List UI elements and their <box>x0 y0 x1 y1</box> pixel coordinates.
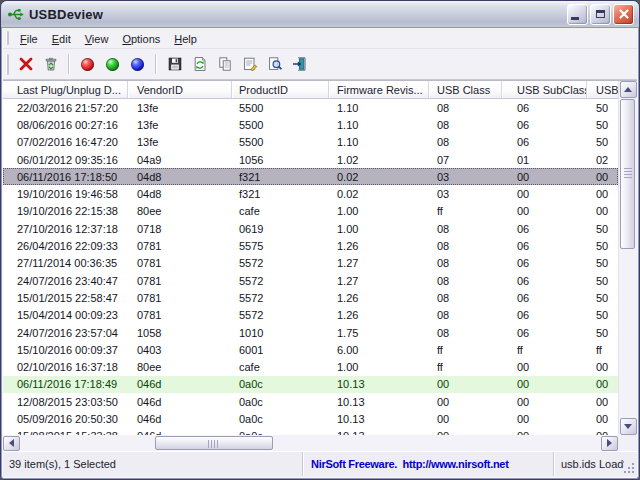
scroll-up-button[interactable] <box>620 81 637 98</box>
table-row[interactable]: 08/06/2016 00:27:1613fe55001.10080650 <box>3 116 618 133</box>
table-cell: 0718 <box>128 223 232 235</box>
horizontal-scroll-track[interactable] <box>20 436 601 451</box>
copy-button[interactable] <box>216 55 233 73</box>
titlebar[interactable]: USBDeview <box>1 1 639 28</box>
table-cell: 24/07/2016 23:57:04 <box>3 327 128 339</box>
table-cell: 06 <box>502 136 587 148</box>
table-row[interactable]: 07/02/2016 16:47:2013fe55001.10080650 <box>3 134 618 151</box>
menu-options[interactable]: Options <box>115 30 167 48</box>
scroll-left-button[interactable] <box>3 436 20 451</box>
minimize-button[interactable] <box>567 4 588 25</box>
table-row[interactable]: 12/08/2015 23:03:50046d0a0c10.13000000 <box>3 393 618 410</box>
column-header-1[interactable]: VendorID <box>128 81 232 98</box>
table-cell: 04a9 <box>128 154 232 166</box>
table-row[interactable]: 15/08/2015 15:33:38046d0a0c10.13000000 <box>3 428 618 435</box>
table-cell: 0a0c <box>232 413 329 425</box>
find-button[interactable] <box>266 55 283 73</box>
table-row[interactable]: 24/07/2016 23:57:04105810101.75080650 <box>3 324 618 341</box>
table-cell: 0a0c <box>232 396 329 408</box>
refresh-button[interactable] <box>191 55 208 73</box>
menu-view[interactable]: View <box>78 30 116 48</box>
horizontal-scroll-thumb[interactable] <box>155 436 273 450</box>
nirsoft-link[interactable]: NirSoft Freeware. http://www.nirsoft.net <box>311 458 509 470</box>
table-cell: 5500 <box>232 102 329 114</box>
table-cell: 1010 <box>232 327 329 339</box>
table-cell: 1.00 <box>329 361 429 373</box>
column-header-6[interactable]: USB <box>587 81 618 98</box>
table-cell: 00 <box>502 378 587 390</box>
column-header-5[interactable]: USB SubClass <box>502 81 587 98</box>
exit-button[interactable] <box>291 55 308 73</box>
column-header-2[interactable]: ProductID <box>232 81 329 98</box>
table-cell: 1.10 <box>329 102 429 114</box>
table-row[interactable]: 06/11/2016 17:18:49046d0a0c10.13000000 <box>3 376 618 393</box>
menu-edit[interactable]: Edit <box>45 30 78 48</box>
table-row[interactable]: 06/11/2016 17:18:5004d8f3210.02030000 <box>3 168 618 185</box>
column-header-0[interactable]: Last Plug/Unplug D... <box>3 81 128 98</box>
table-row[interactable]: 15/04/2014 00:09:23078155721.26080650 <box>3 307 618 324</box>
arrow-right-icon <box>607 439 616 447</box>
close-button[interactable] <box>613 4 634 25</box>
table-row[interactable]: 15/01/2015 22:58:47078155721.26080650 <box>3 289 618 306</box>
resize-grip[interactable] <box>622 461 635 474</box>
table-cell: 01 <box>502 154 587 166</box>
properties-button[interactable] <box>241 55 258 73</box>
table-row[interactable]: 27/11/2014 00:36:35078155721.27080650 <box>3 255 618 272</box>
table-cell: 08 <box>429 275 502 287</box>
uninstall-device-button[interactable] <box>17 55 34 73</box>
copy-icon <box>217 56 233 72</box>
table-cell: 1.27 <box>329 257 429 269</box>
menu-items: FileEditViewOptionsHelp <box>13 29 204 47</box>
table-cell: 04d8 <box>128 171 232 183</box>
enable-device-button[interactable] <box>104 55 121 73</box>
table-cell: 80ee <box>128 361 232 373</box>
table-cell: 12/08/2015 23:03:50 <box>3 396 128 408</box>
table-cell: 07/02/2016 16:47:20 <box>3 136 128 148</box>
column-header-3[interactable]: Firmware Revis... <box>329 81 429 98</box>
menu-file[interactable]: File <box>13 30 45 48</box>
table-row[interactable]: 19/10/2016 19:46:5804d8f3210.02030000 <box>3 185 618 202</box>
table-row[interactable]: 15/10/2016 00:09:37040360016.00ffffff <box>3 341 618 358</box>
save-button[interactable] <box>166 55 183 73</box>
table-cell: 19/10/2016 19:46:58 <box>3 188 128 200</box>
menu-help[interactable]: Help <box>167 30 204 48</box>
save-icon <box>167 56 183 72</box>
table-row[interactable]: 24/07/2016 23:40:47078155721.27080650 <box>3 272 618 289</box>
scroll-right-button[interactable] <box>601 436 618 451</box>
scroll-down-button[interactable] <box>620 418 637 435</box>
table-cell: f321 <box>232 171 329 183</box>
table-row[interactable]: 06/01/2012 09:35:1604a910561.02070102 <box>3 151 618 168</box>
table-row[interactable]: 05/09/2016 20:50:30046d0a0c10.13000000 <box>3 410 618 427</box>
vertical-scroll-thumb[interactable] <box>620 99 635 249</box>
window-controls <box>567 4 634 25</box>
table-cell: 00 <box>429 413 502 425</box>
table-cell: 1.00 <box>329 205 429 217</box>
menubar-gripper[interactable] <box>6 31 9 45</box>
table-cell: 00 <box>502 171 587 183</box>
remove-device-button[interactable] <box>42 55 59 73</box>
table-cell: 1.10 <box>329 119 429 131</box>
table-cell: 5500 <box>232 136 329 148</box>
table-row[interactable]: 02/10/2016 16:37:1880eecafe1.00ff0000 <box>3 358 618 375</box>
toolbar-gripper[interactable] <box>6 54 9 75</box>
vertical-scrollbar[interactable] <box>618 81 637 435</box>
table-cell: 1056 <box>232 154 329 166</box>
red-ball-icon <box>81 58 94 71</box>
disable-enable-device-button[interactable] <box>129 55 146 73</box>
table-cell: 24/07/2016 23:40:47 <box>3 275 128 287</box>
horizontal-scrollbar[interactable] <box>3 435 618 451</box>
table-cell: 15/01/2015 22:58:47 <box>3 292 128 304</box>
disable-device-button[interactable] <box>79 55 96 73</box>
table-cell: 80ee <box>128 205 232 217</box>
table-cell: 5572 <box>232 309 329 321</box>
table-cell: 02/10/2016 16:37:18 <box>3 361 128 373</box>
maximize-button[interactable] <box>590 4 611 25</box>
table-cell: 06/11/2016 17:18:50 <box>3 171 128 183</box>
column-header-4[interactable]: USB Class <box>429 81 502 98</box>
table-row[interactable]: 19/10/2016 22:15:3880eecafe1.00ff0000 <box>3 203 618 220</box>
table-row[interactable]: 22/03/2016 21:57:2013fe55001.10080650 <box>3 99 618 116</box>
table-row[interactable]: 27/10/2016 12:37:18071806191.00080650 <box>3 220 618 237</box>
vertical-scroll-track[interactable] <box>619 98 637 418</box>
table-row[interactable]: 26/04/2016 22:09:33078155751.26080650 <box>3 237 618 254</box>
column-header-row: Last Plug/Unplug D...VendorIDProductIDFi… <box>3 81 618 99</box>
